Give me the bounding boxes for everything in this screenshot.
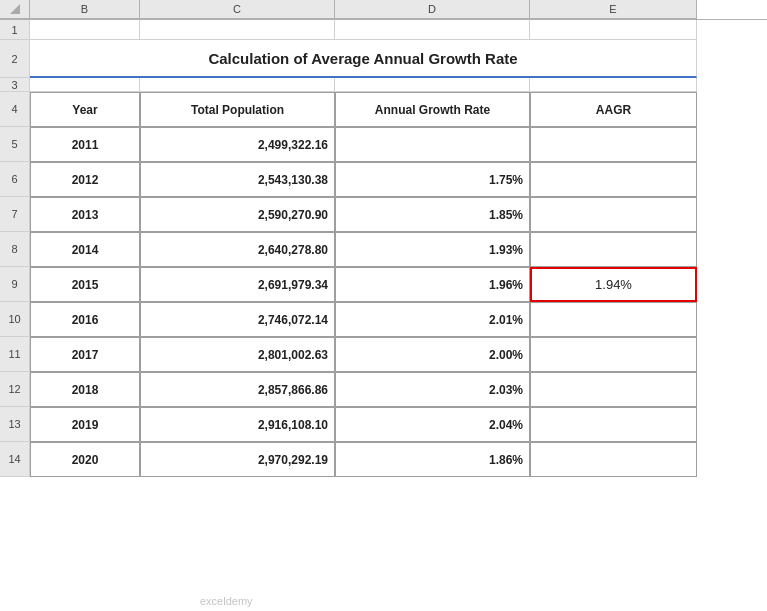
table-row: 8 2014 2,640,278.80 1.93% [0, 232, 767, 267]
row-num-13: 13 [0, 407, 30, 442]
cell-aagr-highlighted[interactable]: 1.94% [530, 267, 697, 302]
watermark-label: exceldemy [200, 595, 253, 607]
cell-agr-3[interactable]: 1.93% [335, 232, 530, 267]
cell-aagr-0[interactable] [530, 127, 697, 162]
cell-year-8[interactable]: 2019 [30, 407, 140, 442]
cell-c1[interactable] [140, 20, 335, 40]
cell-year-1[interactable]: 2012 [30, 162, 140, 197]
cell-d1[interactable] [335, 20, 530, 40]
corner-cell [0, 0, 30, 19]
col-header-b: B [30, 0, 140, 19]
cell-pop-7[interactable]: 2,857,866.86 [140, 372, 335, 407]
column-header-row: B C D E [0, 0, 767, 20]
cell-year-9[interactable]: 2020 [30, 442, 140, 477]
table-row: 6 2012 2,543,130.38 1.75% [0, 162, 767, 197]
cell-pop-4[interactable]: 2,691,979.34 [140, 267, 335, 302]
cell-b3[interactable] [30, 78, 140, 92]
row-num-9: 9 [0, 267, 30, 302]
cell-pop-5[interactable]: 2,746,072.14 [140, 302, 335, 337]
header-population: Total Population [140, 92, 335, 127]
row-num-6: 6 [0, 162, 30, 197]
header-year: Year [30, 92, 140, 127]
cell-aagr-8[interactable] [530, 407, 697, 442]
table-row: 11 2017 2,801,002.63 2.00% [0, 337, 767, 372]
col-header-d: D [335, 0, 530, 19]
row-num-1: 1 [0, 20, 30, 40]
cell-year-6[interactable]: 2017 [30, 337, 140, 372]
cell-agr-6[interactable]: 2.00% [335, 337, 530, 372]
cell-aagr-5[interactable] [530, 302, 697, 337]
row-num-11: 11 [0, 337, 30, 372]
cell-agr-4[interactable]: 1.96% [335, 267, 530, 302]
cell-e1[interactable] [530, 20, 697, 40]
row-num-5: 5 [0, 127, 30, 162]
cell-pop-2[interactable]: 2,590,270.90 [140, 197, 335, 232]
row-num-2: 2 [0, 40, 30, 78]
cell-pop-8[interactable]: 2,916,108.10 [140, 407, 335, 442]
row-num-14: 14 [0, 442, 30, 477]
cell-pop-3[interactable]: 2,640,278.80 [140, 232, 335, 267]
table-row: 13 2019 2,916,108.10 2.04% [0, 407, 767, 442]
cell-pop-9[interactable]: 2,970,292.19 [140, 442, 335, 477]
cell-agr-9[interactable]: 1.86% [335, 442, 530, 477]
row-num-7: 7 [0, 197, 30, 232]
cell-c3[interactable] [140, 78, 335, 92]
table-row: 5 2011 2,499,322.16 [0, 127, 767, 162]
table-row: 14 2020 2,970,292.19 1.86% [0, 442, 767, 477]
spreadsheet-title: Calculation of Average Annual Growth Rat… [30, 40, 697, 78]
cell-aagr-7[interactable] [530, 372, 697, 407]
cell-aagr-2[interactable] [530, 197, 697, 232]
grid-row-4: 4 Year Total Population Annual Growth Ra… [0, 92, 767, 127]
grid-row-3: 3 [0, 78, 767, 92]
row-num-4: 4 [0, 92, 30, 127]
table-row: 9 2015 2,691,979.34 1.96% 1.94% [0, 267, 767, 302]
row-num-10: 10 [0, 302, 30, 337]
cell-year-0[interactable]: 2011 [30, 127, 140, 162]
cell-agr-8[interactable]: 2.04% [335, 407, 530, 442]
cell-d3[interactable] [335, 78, 530, 92]
cell-aagr-9[interactable] [530, 442, 697, 477]
cell-agr-5[interactable]: 2.01% [335, 302, 530, 337]
col-header-c: C [140, 0, 335, 19]
cell-year-2[interactable]: 2013 [30, 197, 140, 232]
table-row: 7 2013 2,590,270.90 1.85% [0, 197, 767, 232]
header-growth-rate: Annual Growth Rate [335, 92, 530, 127]
cell-year-4[interactable]: 2015 [30, 267, 140, 302]
cell-agr-0[interactable] [335, 127, 530, 162]
cell-aagr-3[interactable] [530, 232, 697, 267]
row-num-8: 8 [0, 232, 30, 267]
cell-e3[interactable] [530, 78, 697, 92]
cell-agr-1[interactable]: 1.75% [335, 162, 530, 197]
table-row: 12 2018 2,857,866.86 2.03% [0, 372, 767, 407]
cell-year-3[interactable]: 2014 [30, 232, 140, 267]
cell-agr-2[interactable]: 1.85% [335, 197, 530, 232]
table-row: 10 2016 2,746,072.14 2.01% [0, 302, 767, 337]
col-header-e: E [530, 0, 697, 19]
cell-year-5[interactable]: 2016 [30, 302, 140, 337]
row-num-12: 12 [0, 372, 30, 407]
spreadsheet: B C D E 1 2 Calculation of Average Annua… [0, 0, 767, 611]
cell-pop-6[interactable]: 2,801,002.63 [140, 337, 335, 372]
grid-row-1: 1 [0, 20, 767, 40]
header-aagr: AAGR [530, 92, 697, 127]
cell-aagr-6[interactable] [530, 337, 697, 372]
cell-agr-7[interactable]: 2.03% [335, 372, 530, 407]
cell-pop-0[interactable]: 2,499,322.16 [140, 127, 335, 162]
grid-row-2: 2 Calculation of Average Annual Growth R… [0, 40, 767, 78]
cell-b1[interactable] [30, 20, 140, 40]
row-num-3: 3 [0, 78, 30, 92]
cell-year-7[interactable]: 2018 [30, 372, 140, 407]
svg-marker-0 [10, 4, 20, 14]
cell-pop-1[interactable]: 2,543,130.38 [140, 162, 335, 197]
cell-aagr-1[interactable] [530, 162, 697, 197]
